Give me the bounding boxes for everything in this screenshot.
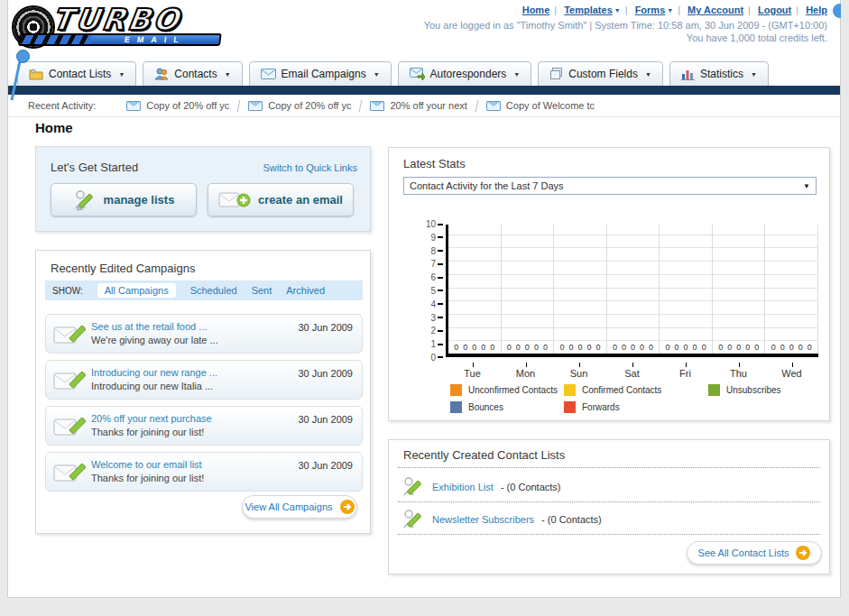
y-tick: 3	[414, 313, 443, 323]
people-icon	[154, 68, 169, 80]
value-label: 0	[727, 343, 732, 352]
manage-lists-button[interactable]: manage lists	[51, 183, 197, 216]
logo-subtitle: EMAIL	[90, 35, 219, 44]
filter-scheduled[interactable]: Scheduled	[190, 285, 237, 296]
recent-activity-item[interactable]: Copy of 20% off yc	[239, 100, 360, 111]
campaign-row[interactable]: See us at the retail food ...We're givin…	[45, 314, 363, 354]
campaign-subtitle: Introducing our new Italia ...	[91, 380, 217, 393]
nav-link-my-account[interactable]: My Account	[688, 5, 743, 15]
recent-activity-item[interactable]: Copy of 20% off yc	[117, 100, 238, 111]
recent-activity-item[interactable]: 20% off your next	[361, 100, 475, 111]
nav-link-forms[interactable]: Forms	[635, 5, 666, 15]
x-tick-label: Sun	[552, 363, 605, 379]
annotation-dot	[833, 4, 841, 18]
campaign-title-link[interactable]: 20% off your next purchase	[91, 412, 212, 426]
tab-custom-fields[interactable]: Custom Fields▼	[538, 61, 663, 87]
contact-list-count: - (0 Contacts)	[501, 482, 561, 492]
envelope-pencil-icon	[53, 461, 86, 485]
campaign-date: 30 Jun 2009	[298, 414, 353, 425]
tab-autoresponders[interactable]: Autoresponders▼	[398, 61, 532, 87]
y-tick: 0	[414, 353, 443, 363]
dotted-divider	[398, 534, 820, 535]
campaign-title-link[interactable]: Welcome to our email list	[91, 458, 204, 472]
value-label: 0	[631, 343, 635, 352]
create-email-button[interactable]: create an email	[208, 183, 354, 216]
dotted-divider	[398, 467, 820, 468]
value-label: 0	[613, 343, 617, 352]
campaign-row[interactable]: Introducing our new range ...Introducing…	[45, 360, 363, 400]
value-label: 0	[771, 343, 776, 352]
chevron-down-icon: ▼	[513, 71, 520, 78]
day-group: 00000	[502, 225, 555, 354]
tab-email-campaigns[interactable]: Email Campaigns▼	[249, 61, 392, 87]
campaign-title-link[interactable]: See us at the retail food ...	[91, 320, 218, 334]
campaign-subtitle: We're giving away our late ...	[91, 334, 218, 347]
logo: TURBO EMAIL	[12, 5, 237, 52]
filter-sent[interactable]: Sent	[252, 285, 272, 296]
legend-swatch	[564, 401, 576, 413]
chart-legend: Unconfirmed ContactsConfirmed ContactsUn…	[450, 384, 781, 413]
arrow-right-icon	[340, 500, 355, 514]
x-tick-label: Thu	[712, 363, 765, 379]
tab-statistics[interactable]: Statistics▼	[669, 61, 769, 87]
contact-list-item[interactable]: Exhibition List - (0 Contacts)	[401, 474, 561, 500]
tab-contacts[interactable]: Contacts▼	[143, 61, 242, 87]
legend-item: Confirmed Contacts	[564, 384, 708, 396]
switch-quick-links[interactable]: Switch to Quick Links	[263, 162, 357, 173]
value-label: 0	[693, 343, 697, 352]
x-axis: TueMonSunSatFriThuWed	[446, 363, 818, 379]
logo-bar: EMAIL	[18, 33, 222, 46]
nav-link-help[interactable]: Help	[806, 5, 827, 15]
y-tick: 6	[414, 272, 443, 282]
latest-stats-panel: Latest Stats Contact Activity for the La…	[388, 147, 830, 421]
nav-link-home[interactable]: Home	[522, 5, 550, 15]
legend-swatch	[564, 384, 576, 396]
contact-list-item[interactable]: Newsletter Subscribers - (0 Contacts)	[401, 507, 602, 532]
x-tick-label: Fri	[659, 363, 712, 379]
arrow-right-icon	[796, 546, 810, 560]
nav-link-logout[interactable]: Logout	[758, 5, 791, 15]
campaign-row[interactable]: 20% off your next purchaseThanks for joi…	[45, 406, 363, 446]
value-label: 0	[481, 343, 485, 352]
nav-link-templates[interactable]: Templates	[564, 5, 613, 15]
legend-item: Forwards	[564, 401, 708, 413]
value-label: 0	[490, 343, 494, 352]
filter-all-campaigns[interactable]: All Campaigns	[97, 283, 176, 298]
value-label: 0	[472, 343, 476, 352]
value-label: 0	[666, 343, 670, 352]
value-label: 0	[568, 343, 573, 352]
stats-period-select[interactable]: Contact Activity for the Last 7 Days ▼	[403, 177, 817, 195]
filter-archived[interactable]: Archived	[286, 285, 325, 296]
value-label: 0	[559, 343, 564, 352]
chevron-down-icon: ▼	[751, 71, 757, 78]
campaigns-panel: Recently Edited Campaigns SHOW: All Camp…	[35, 250, 371, 534]
legend-item: Bounces	[450, 401, 564, 413]
chevron-down-icon: ▼	[803, 182, 810, 190]
envelope-pencil-icon	[53, 415, 86, 439]
contact-list-link[interactable]: Exhibition List	[432, 482, 494, 492]
view-all-campaigns-button[interactable]: View All Campaigns	[242, 495, 357, 519]
see-all-contact-lists-button[interactable]: See All Contact Lists	[687, 541, 822, 565]
dotted-divider	[398, 501, 820, 502]
x-tick-label: Sat	[605, 363, 659, 379]
envelope-icon	[486, 101, 501, 111]
contact-list-link[interactable]: Newsletter Subscribers	[432, 514, 534, 525]
recent-activity-item[interactable]: Copy of Welcome tc	[477, 100, 604, 111]
y-tick: 1	[414, 339, 443, 349]
value-label: 0	[640, 343, 644, 352]
value-label: 0	[622, 343, 626, 352]
campaign-subtitle: Thanks for joining our list!	[91, 426, 212, 439]
campaign-row[interactable]: Welcome to our email listThanks for join…	[45, 452, 363, 492]
logo-stripes	[20, 35, 91, 44]
campaign-date: 30 Jun 2009	[298, 368, 353, 379]
tab-contact-lists[interactable]: Contact Lists▼	[17, 61, 136, 87]
value-label: 0	[745, 343, 750, 352]
chevron-down-icon: ▼	[118, 71, 125, 78]
flame-icon	[6, 5, 31, 32]
campaign-title-link[interactable]: Introducing our new range ...	[91, 366, 217, 380]
chevron-down-icon: ▼	[645, 71, 651, 78]
recent-activity-bar: Recent Activity: Copy of 20% off yc Copy…	[8, 95, 840, 117]
value-label: 0	[684, 343, 688, 352]
credits-status: You have 1,000 total credits left.	[687, 32, 827, 43]
legend-item: Unconfirmed Contacts	[450, 384, 564, 396]
